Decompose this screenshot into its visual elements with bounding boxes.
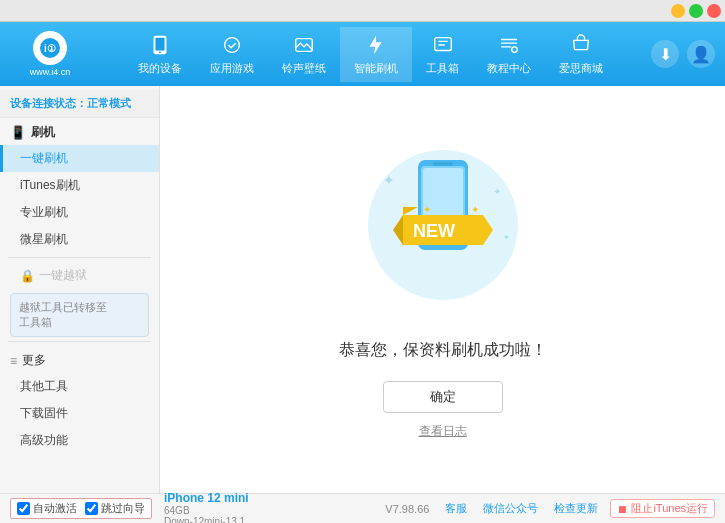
- version-text: V7.98.66: [385, 503, 429, 515]
- auto-connect-label: 自动激活: [33, 501, 77, 516]
- svg-text:i①: i①: [44, 43, 56, 54]
- header: i① www.i4.cn 我的设备 应用游戏 铃声壁纸: [0, 22, 725, 86]
- svg-text:✦: ✦: [383, 172, 395, 188]
- nav-label-wallpaper: 铃声壁纸: [282, 61, 326, 76]
- flash-section-label: 刷机: [31, 124, 55, 141]
- download-firmware-label: 下载固件: [20, 406, 68, 420]
- sidebar-item-advanced[interactable]: 高级功能: [0, 427, 159, 454]
- header-right: ⬇ 👤: [651, 40, 715, 68]
- device-firmware: Down-12mini-13.1: [164, 516, 249, 524]
- svg-text:✦: ✦: [471, 204, 479, 215]
- device-storage: 64GB: [164, 505, 249, 516]
- nav-item-tutorials[interactable]: 教程中心: [473, 27, 545, 82]
- store-icon: [569, 33, 593, 57]
- nav-label-store: 爱思商城: [559, 61, 603, 76]
- skip-wizard-checkbox[interactable]: 跳过向导: [85, 501, 145, 516]
- lock-icon: 🔒: [20, 269, 35, 283]
- svg-text:✦: ✦: [503, 233, 510, 242]
- customer-link[interactable]: 客服: [445, 501, 467, 516]
- device-status: 设备连接状态：正常模式: [0, 90, 159, 118]
- nav-label-flash: 智能刷机: [354, 61, 398, 76]
- more-section-header: ≡ 更多: [0, 346, 159, 373]
- footer-right: V7.98.66 客服 微信公众号 检查更新: [385, 501, 598, 516]
- pro-label: 专业刷机: [20, 205, 68, 219]
- itunes-label: iTunes刷机: [20, 178, 80, 192]
- skip-wizard-label: 跳过向导: [101, 501, 145, 516]
- svg-text:NEW: NEW: [413, 221, 455, 241]
- update-link[interactable]: 检查更新: [554, 501, 598, 516]
- maximize-button[interactable]: [689, 4, 703, 18]
- more-section-label: 更多: [22, 352, 46, 369]
- stop-label: 阻止iTunes运行: [631, 501, 708, 516]
- micro-label: 微星刷机: [20, 232, 68, 246]
- minimize-button[interactable]: [671, 4, 685, 18]
- confirm-button[interactable]: 确定: [383, 381, 503, 413]
- checkboxes-area: 自动激活 跳过向导: [10, 498, 152, 519]
- sidebar-note: 越狱工具已转移至工具箱: [10, 293, 149, 337]
- sidebar-item-itunes[interactable]: iTunes刷机: [0, 172, 159, 199]
- stop-itunes-button[interactable]: ⏹ 阻止iTunes运行: [610, 499, 715, 518]
- svg-point-5: [225, 37, 240, 52]
- svg-rect-17: [433, 162, 453, 166]
- success-text: 恭喜您，保资料刷机成功啦！: [339, 340, 547, 361]
- flash-section-header: 📱 刷机: [0, 118, 159, 145]
- auto-connect-checkbox[interactable]: 自动激活: [17, 501, 77, 516]
- svg-text:✦: ✦: [423, 204, 431, 215]
- nav-label-tutorials: 教程中心: [487, 61, 531, 76]
- nav-item-wallpaper[interactable]: 铃声壁纸: [268, 27, 340, 82]
- tools-icon: [431, 33, 455, 57]
- flash-section-icon: 📱: [10, 125, 26, 140]
- close-button[interactable]: [707, 4, 721, 18]
- sidebar-item-download-firmware[interactable]: 下载固件: [0, 400, 159, 427]
- svg-rect-3: [155, 37, 164, 50]
- nav-item-tools[interactable]: 工具箱: [412, 27, 473, 82]
- tutorials-icon: [497, 33, 521, 57]
- nav-item-store[interactable]: 爱思商城: [545, 27, 617, 82]
- apps-icon: [220, 33, 244, 57]
- svg-text:✦: ✦: [493, 186, 501, 197]
- sidebar-divider-1: [8, 257, 151, 258]
- nav-item-apps[interactable]: 应用游戏: [196, 27, 268, 82]
- bottom-bar: 自动激活 跳过向导 iPhone 12 mini 64GB Down-12min…: [0, 493, 725, 523]
- sidebar-item-onekey[interactable]: 一键刷机: [0, 145, 159, 172]
- restart-link[interactable]: 查看日志: [419, 423, 467, 440]
- nav-items: 我的设备 应用游戏 铃声壁纸 智能刷机 工具箱: [100, 27, 641, 82]
- auto-connect-input[interactable]: [17, 502, 30, 515]
- device-info: iPhone 12 mini 64GB Down-12mini-13.1: [164, 491, 249, 524]
- sidebar-item-other-tools[interactable]: 其他工具: [0, 373, 159, 400]
- wallpaper-icon: [292, 33, 316, 57]
- nav-label-device: 我的设备: [138, 61, 182, 76]
- main-layout: 设备连接状态：正常模式 📱 刷机 一键刷机 iTunes刷机 专业刷机 微星刷机…: [0, 86, 725, 493]
- sidebar: 设备连接状态：正常模式 📱 刷机 一键刷机 iTunes刷机 专业刷机 微星刷机…: [0, 86, 160, 493]
- nav-label-apps: 应用游戏: [210, 61, 254, 76]
- account-button[interactable]: 👤: [687, 40, 715, 68]
- illustration: ✦ ✦ ✦ NEW ✦ ✦: [353, 140, 533, 320]
- onekey-label: 一键刷机: [20, 151, 68, 165]
- more-icon: ≡: [10, 354, 17, 368]
- logo-text: www.i4.cn: [30, 67, 71, 77]
- svg-point-4: [159, 51, 161, 53]
- nav-item-flash[interactable]: 智能刷机: [340, 27, 412, 82]
- svg-rect-7: [434, 37, 451, 50]
- logo-area: i① www.i4.cn: [10, 31, 90, 77]
- download-button[interactable]: ⬇: [651, 40, 679, 68]
- jailbreak-label: 一键越狱: [39, 267, 87, 284]
- status-label: 设备连接状态：: [10, 97, 87, 109]
- advanced-label: 高级功能: [20, 433, 68, 447]
- svg-point-8: [512, 46, 518, 52]
- stop-icon: ⏹: [617, 503, 628, 515]
- nav-item-device[interactable]: 我的设备: [124, 27, 196, 82]
- wechat-link[interactable]: 微信公众号: [483, 501, 538, 516]
- flash-icon: [364, 33, 388, 57]
- device-icon: [148, 33, 172, 57]
- sidebar-item-micro[interactable]: 微星刷机: [0, 226, 159, 253]
- nav-label-tools: 工具箱: [426, 61, 459, 76]
- sidebar-item-pro[interactable]: 专业刷机: [0, 199, 159, 226]
- skip-wizard-input[interactable]: [85, 502, 98, 515]
- status-value: 正常模式: [87, 97, 131, 109]
- logo-icon: i①: [33, 31, 67, 65]
- title-bar: [0, 0, 725, 22]
- sidebar-item-jailbreak: 🔒 一键越狱: [0, 262, 159, 289]
- note-text: 越狱工具已转移至工具箱: [19, 301, 107, 328]
- content-area: ✦ ✦ ✦ NEW ✦ ✦: [160, 86, 725, 493]
